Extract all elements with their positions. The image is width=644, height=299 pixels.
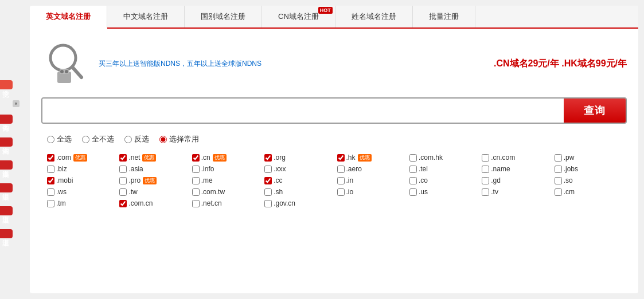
sidebar-item-consult[interactable]: 务咨询 (0, 115, 13, 124)
domain-checkbox-in[interactable] (337, 177, 345, 184)
sidebar-talk[interactable]: 交谈 (0, 80, 13, 89)
domain-checkbox-so[interactable] (555, 177, 562, 184)
content-area: 买三年以上送智能版NDNS，五年以上送全球版NDNS .CN域名29元/年 .H… (30, 29, 638, 216)
domain-label: .net (128, 154, 140, 162)
svg-point-1 (53, 48, 73, 68)
promo-prices: .CN域名29元/年 .HK域名99元/年 (494, 58, 627, 70)
tab-surname[interactable]: 姓名域名注册 (335, 6, 413, 27)
domain-item: .info (192, 165, 264, 173)
domain-checkbox-tel[interactable] (409, 166, 417, 173)
domain-checkbox-netcn[interactable] (192, 200, 200, 207)
domain-label: .com.tw (201, 188, 225, 196)
domain-item: .co (409, 176, 482, 184)
domain-label: .cn (201, 154, 210, 162)
robot-illustration (41, 37, 93, 91)
domain-checkbox-us[interactable] (409, 188, 417, 196)
domain-checkbox-xxx[interactable] (264, 166, 272, 173)
domain-item: .com优惠 (47, 154, 119, 162)
domain-checkbox-comcn[interactable] (119, 200, 127, 207)
domain-label: .cm (564, 188, 575, 196)
sidebar-item-site[interactable]: 站咨询 (0, 137, 13, 147)
domain-item: .com.hk (409, 154, 482, 162)
tab-batch[interactable]: 批量注册 (413, 6, 475, 27)
domain-item: .pw (555, 154, 627, 162)
domain-checkbox-name[interactable] (482, 166, 489, 173)
domain-checkbox-net[interactable] (119, 154, 127, 162)
domain-label: .com.cn (128, 199, 153, 207)
badge-youhui: 优惠 (213, 154, 227, 162)
domain-item: .jobs (555, 165, 627, 173)
domain-checkbox-org[interactable] (264, 154, 272, 162)
domain-item: .gov.cn (264, 199, 337, 207)
domain-checkbox-cncom[interactable] (482, 154, 489, 162)
domain-checkbox-tw[interactable] (119, 188, 127, 196)
domain-checkbox-cc[interactable] (264, 177, 272, 184)
badge-youhui: 优惠 (142, 154, 156, 162)
search-button[interactable]: 查询 (564, 99, 626, 123)
sidebar-item-channel1[interactable]: 商渠道 (0, 160, 13, 170)
domain-item: .net优惠 (119, 154, 192, 162)
tab-chinese[interactable]: 中文域名注册 (107, 6, 185, 27)
main-content: 英文域名注册 中文域名注册 国别域名注册 CN域名注册 HOT 姓名域名注册 批… (30, 6, 638, 293)
domain-label: .io (346, 188, 354, 196)
search-area: 查询 (41, 97, 627, 124)
domain-item: .cn.com (482, 154, 554, 162)
domain-checkbox-gd[interactable] (482, 177, 489, 184)
domain-checkbox-govcn[interactable] (264, 200, 272, 207)
badge-youhui: 优惠 (73, 154, 87, 162)
domain-checkbox-info[interactable] (192, 166, 200, 173)
domain-checkbox-co[interactable] (409, 177, 417, 184)
tab-english[interactable]: 英文域名注册 (30, 6, 107, 29)
domain-checkbox-jobs[interactable] (555, 166, 562, 173)
domain-checkbox-cm[interactable] (555, 188, 562, 196)
tab-cn[interactable]: CN域名注册 HOT (262, 6, 335, 27)
domain-label: .xxx (274, 165, 286, 173)
domain-checkbox-mobi[interactable] (47, 177, 54, 184)
domain-item: .us (409, 188, 482, 196)
radio-common[interactable]: 选择常用 (159, 134, 199, 144)
sidebar-item-channel3[interactable]: 百渠道 (0, 206, 13, 215)
domain-checkbox-com[interactable] (47, 154, 54, 162)
domain-item: .so (555, 176, 627, 184)
domain-checkbox-pw[interactable] (555, 154, 562, 162)
domain-label: .us (419, 188, 428, 196)
domain-checkbox-tm[interactable] (47, 200, 54, 207)
domain-label: .jobs (564, 165, 578, 173)
domain-checkbox-me[interactable] (192, 177, 200, 184)
domain-checkbox-hk[interactable] (337, 154, 345, 162)
search-input[interactable] (42, 99, 564, 123)
selection-row: 全选 全不选 反选 选择常用 (41, 134, 627, 144)
sidebar-item-channel2[interactable]: 中渠道 (0, 183, 13, 192)
domain-checkbox-pro[interactable] (119, 177, 127, 184)
domain-grid: .com优惠.net优惠.cn优惠.org.hk优惠.com.hk.cn.com… (41, 154, 627, 207)
svg-point-5 (60, 70, 64, 73)
domain-checkbox-ws[interactable] (47, 188, 54, 196)
domain-item: .com.tw (192, 188, 264, 196)
domain-label: .sh (274, 188, 283, 196)
domain-label: .me (201, 176, 213, 184)
domain-checkbox-tv[interactable] (482, 188, 489, 196)
domain-label: .ws (56, 188, 67, 196)
sidebar-item-channel4[interactable]: 卡渠道 (0, 229, 13, 238)
domain-label: .tm (56, 199, 66, 207)
domain-checkbox-comhk[interactable] (409, 154, 417, 162)
badge-youhui: 优惠 (358, 154, 372, 162)
sidebar-close-btn[interactable]: × (13, 100, 19, 107)
domain-item: .aero (337, 165, 409, 173)
domain-checkbox-io[interactable] (337, 188, 345, 196)
radio-none[interactable]: 全不选 (82, 134, 114, 144)
radio-all[interactable]: 全选 (47, 134, 72, 144)
domain-item: .name (482, 165, 554, 173)
domain-item: .tm (47, 199, 119, 207)
domain-checkbox-comtw[interactable] (192, 188, 200, 196)
domain-checkbox-biz[interactable] (47, 166, 54, 173)
domain-checkbox-sh[interactable] (264, 188, 272, 196)
domain-checkbox-asia[interactable] (119, 166, 127, 173)
domain-label: .gov.cn (274, 199, 295, 207)
radio-reverse[interactable]: 反选 (124, 134, 149, 144)
domain-item: .me (192, 176, 264, 184)
domain-checkbox-aero[interactable] (337, 166, 345, 173)
domain-checkbox-cn[interactable] (192, 154, 200, 162)
domain-item: .gd (482, 176, 554, 184)
tab-country[interactable]: 国别域名注册 (185, 6, 262, 27)
